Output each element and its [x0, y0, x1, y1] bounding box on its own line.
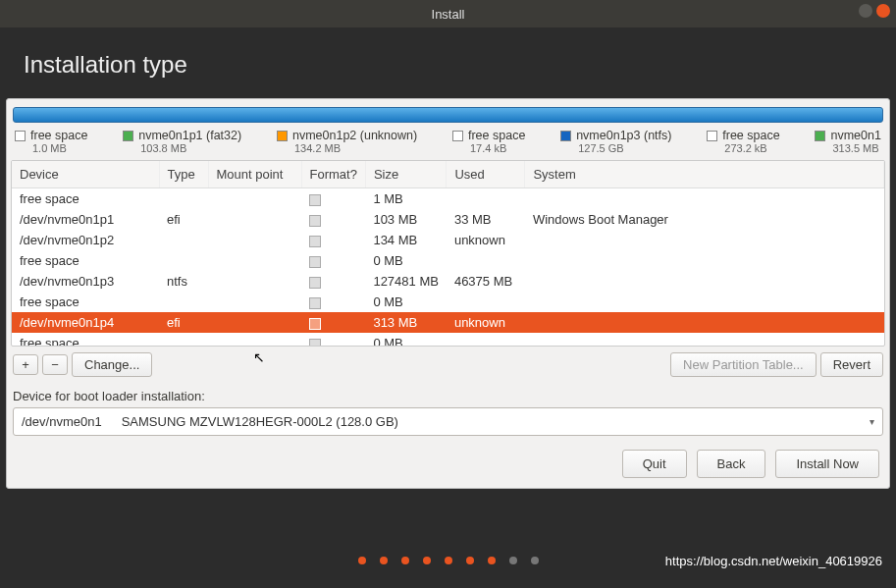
legend-item[interactable]: nvme0n1p3 (ntfs)127.5 GB [560, 129, 671, 154]
table-row[interactable]: free space 0 MB [12, 333, 884, 347]
cell-device: free space [12, 250, 159, 271]
format-checkbox[interactable] [309, 194, 321, 206]
legend-size: 17.4 kB [452, 142, 525, 154]
table-row[interactable]: free space 1 MB [12, 188, 884, 210]
legend-item[interactable]: free space17.4 kB [452, 129, 525, 154]
cell-type: efi [159, 312, 208, 333]
format-checkbox[interactable] [309, 297, 321, 309]
format-checkbox[interactable] [309, 318, 321, 330]
cell-format[interactable] [301, 333, 365, 347]
legend-label: nvme0n1 [830, 129, 880, 142]
cell-device: /dev/nvme0n1p1 [12, 209, 159, 230]
format-checkbox[interactable] [309, 339, 321, 347]
legend-label: free space [722, 129, 779, 142]
legend-item[interactable]: free space273.2 kB [707, 129, 779, 154]
remove-partition-button[interactable]: − [42, 354, 68, 375]
table-row[interactable]: /dev/nvme0n1p2 134 MB unknown [12, 230, 884, 250]
install-now-button[interactable]: Install Now [775, 450, 879, 478]
add-partition-button[interactable]: + [13, 354, 38, 375]
col-device[interactable]: Device [12, 161, 159, 188]
cell-device: free space [12, 333, 159, 347]
format-checkbox[interactable] [309, 256, 321, 268]
legend-item[interactable]: nvme0n1313.5 MB [815, 129, 880, 154]
partition-table[interactable]: Device Type Mount point Format? Size Use… [11, 160, 885, 347]
wizard-nav: Quit Back Install Now [11, 436, 885, 484]
cell-format[interactable] [301, 312, 365, 333]
cell-used: unknown [447, 312, 525, 333]
legend-item[interactable]: free space1.0 MB [15, 129, 87, 154]
bootloader-label: Device for boot loader installation: [11, 381, 885, 407]
swatch-icon [452, 131, 463, 141]
table-row[interactable]: free space 0 MB [12, 292, 884, 312]
format-checkbox[interactable] [309, 236, 321, 247]
cell-format[interactable] [301, 271, 365, 292]
col-mount[interactable]: Mount point [208, 161, 301, 188]
quit-button[interactable]: Quit [622, 450, 687, 478]
cell-mount [208, 333, 301, 347]
cell-type: ntfs [159, 271, 208, 292]
col-used[interactable]: Used [447, 161, 525, 188]
cell-system [525, 312, 884, 333]
legend-label: free space [30, 129, 87, 142]
cell-mount [208, 209, 301, 230]
cell-used: 46375 MB [447, 271, 525, 292]
dot [358, 557, 366, 564]
cell-system [525, 292, 884, 312]
format-checkbox[interactable] [309, 277, 321, 289]
chevron-down-icon: ▾ [870, 416, 874, 427]
swatch-icon [15, 131, 26, 141]
cell-format[interactable] [301, 188, 365, 210]
bootloader-desc: SAMSUNG MZVLW128HEGR-000L2 (128.0 GB) [122, 414, 398, 429]
cell-type [159, 292, 208, 312]
revert-button[interactable]: Revert [820, 352, 883, 377]
swatch-icon [815, 131, 825, 141]
table-row[interactable]: /dev/nvme0n1p1 efi 103 MB 33 MB Windows … [12, 209, 884, 230]
col-system[interactable]: System [525, 161, 884, 188]
cell-used: 33 MB [447, 209, 525, 230]
legend-item[interactable]: nvme0n1p1 (fat32)103.8 MB [123, 129, 241, 154]
legend-size: 127.5 GB [560, 142, 671, 154]
cell-size: 103 MB [365, 209, 447, 230]
minimize-button[interactable] [859, 4, 872, 18]
dot [509, 557, 517, 564]
cell-system: Windows Boot Manager [525, 209, 884, 230]
legend-label: nvme0n1p2 (unknown) [292, 129, 417, 142]
new-partition-table-button[interactable]: New Partition Table... [670, 352, 817, 377]
cell-mount [208, 250, 301, 271]
table-row[interactable]: free space 0 MB [12, 250, 884, 271]
back-button[interactable]: Back [697, 450, 766, 478]
cell-format[interactable] [301, 292, 365, 312]
cell-device: /dev/nvme0n1p4 [12, 312, 159, 333]
cell-device: free space [12, 292, 159, 312]
col-format[interactable]: Format? [301, 161, 365, 188]
bootloader-device-dropdown[interactable]: /dev/nvme0n1 SAMSUNG MZVLW128HEGR-000L2 … [13, 407, 883, 436]
format-checkbox[interactable] [309, 215, 321, 227]
table-row[interactable]: /dev/nvme0n1p4 efi 313 MB unknown [12, 312, 884, 333]
legend-size: 134.2 MB [277, 142, 417, 154]
legend-size: 273.2 kB [707, 142, 779, 154]
dot [488, 557, 496, 564]
window-controls [859, 4, 890, 18]
change-partition-button[interactable]: Change... [72, 352, 152, 377]
table-row[interactable]: /dev/nvme0n1p3 ntfs 127481 MB 46375 MB [12, 271, 884, 292]
close-button[interactable] [876, 4, 890, 18]
col-size[interactable]: Size [365, 161, 447, 188]
cell-format[interactable] [301, 250, 365, 271]
cell-format[interactable] [301, 230, 365, 250]
cell-size: 1 MB [365, 188, 447, 210]
cell-mount [208, 292, 301, 312]
page-heading: Installation type [0, 27, 896, 98]
cell-size: 313 MB [365, 312, 447, 333]
partition-usage-bar[interactable] [13, 107, 883, 123]
legend-size: 103.8 MB [123, 142, 241, 154]
cell-used: unknown [447, 230, 525, 250]
cell-format[interactable] [301, 209, 365, 230]
partition-legend: free space1.0 MBnvme0n1p1 (fat32)103.8 M… [11, 129, 885, 160]
cell-type [159, 333, 208, 347]
legend-item[interactable]: nvme0n1p2 (unknown)134.2 MB [277, 129, 417, 154]
swatch-icon [277, 131, 288, 141]
cell-mount [208, 271, 301, 292]
cell-used [447, 292, 525, 312]
swatch-icon [123, 131, 133, 141]
col-type[interactable]: Type [159, 161, 208, 188]
